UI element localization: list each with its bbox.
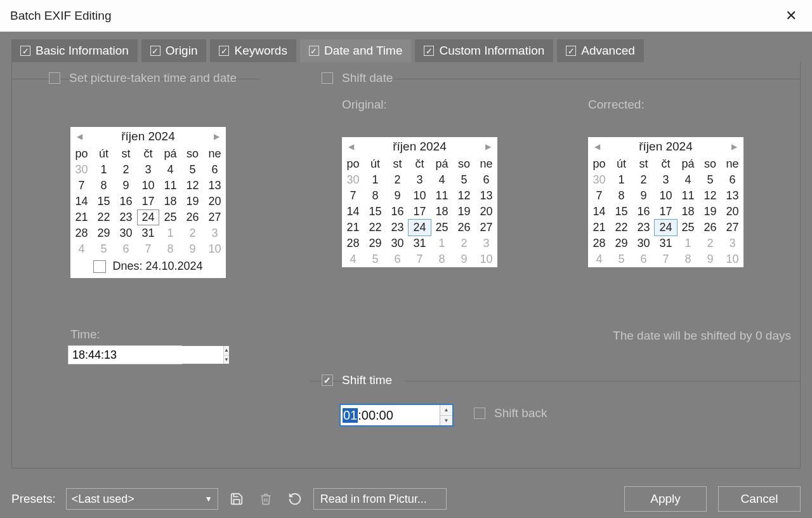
calendar-day[interactable]: 23 xyxy=(632,220,655,236)
calendar-day[interactable]: 8 xyxy=(677,251,699,267)
calendar-day[interactable]: 11 xyxy=(159,178,181,194)
calendar-day[interactable]: 4 xyxy=(342,251,364,267)
calendar-day[interactable]: 12 xyxy=(699,188,721,204)
calendar-day[interactable]: 12 xyxy=(453,188,475,204)
calendar-day[interactable]: 10 xyxy=(204,241,226,257)
calendar-day[interactable]: 23 xyxy=(386,220,409,236)
calendar-original[interactable]: ◀říjen 2024▶poútstčtpásone30123456789101… xyxy=(342,137,497,267)
calendar-day[interactable]: 26 xyxy=(181,209,204,225)
time-input[interactable] xyxy=(69,346,223,364)
calendar-day[interactable]: 28 xyxy=(588,236,610,251)
calendar-day[interactable]: 2 xyxy=(181,225,204,241)
tab-checkbox[interactable]: ✓ xyxy=(309,46,319,56)
calendar-day[interactable]: 23 xyxy=(115,209,137,225)
set-picture-taken-checkbox[interactable] xyxy=(49,72,60,84)
calendar-day[interactable]: 5 xyxy=(453,172,475,188)
calendar-day[interactable]: 9 xyxy=(181,241,204,257)
calendar-day[interactable]: 8 xyxy=(431,251,453,267)
calendar-day[interactable]: 9 xyxy=(453,251,475,267)
spin-up-icon[interactable]: ▲ xyxy=(224,346,229,355)
calendar-day[interactable]: 18 xyxy=(677,204,699,220)
calendar-day[interactable]: 19 xyxy=(181,194,204,209)
save-preset-icon[interactable] xyxy=(226,488,247,510)
calendar-day[interactable]: 7 xyxy=(655,251,677,267)
tab-checkbox[interactable]: ✓ xyxy=(150,46,160,56)
calendar-day[interactable]: 26 xyxy=(453,220,475,236)
calendar-day[interactable]: 11 xyxy=(677,188,699,204)
calendar-day[interactable]: 2 xyxy=(453,236,475,251)
calendar-day[interactable]: 13 xyxy=(721,188,743,204)
cancel-button[interactable]: Cancel xyxy=(718,486,801,512)
tab-advanced[interactable]: ✓Advanced xyxy=(557,39,644,62)
calendar-day[interactable]: 6 xyxy=(475,172,497,188)
read-in-button[interactable]: Read in from Pictur... xyxy=(313,488,447,510)
calendar-day[interactable]: 20 xyxy=(204,194,226,209)
shift-time-spin-buttons[interactable]: ▲ ▼ xyxy=(440,405,452,425)
calendar-day[interactable]: 22 xyxy=(93,209,115,225)
calendar-day[interactable]: 6 xyxy=(721,172,743,188)
calendar-day[interactable]: 16 xyxy=(632,204,655,220)
calendar-day[interactable]: 2 xyxy=(632,172,655,188)
calendar-day[interactable]: 31 xyxy=(655,236,677,251)
calendar-day[interactable]: 7 xyxy=(137,241,159,257)
calendar-day[interactable]: 27 xyxy=(475,220,497,236)
calendar-day[interactable]: 8 xyxy=(364,188,386,204)
close-icon[interactable]: ✕ xyxy=(780,5,802,27)
calendar-day[interactable]: 30 xyxy=(342,172,364,188)
prev-month-icon[interactable]: ◀ xyxy=(592,142,603,151)
next-month-icon[interactable]: ▶ xyxy=(211,132,222,141)
calendar-day[interactable]: 11 xyxy=(431,188,453,204)
calendar-day[interactable]: 3 xyxy=(409,172,431,188)
calendar-day[interactable]: 4 xyxy=(677,172,699,188)
calendar-day[interactable]: 25 xyxy=(677,220,699,236)
calendar-day[interactable]: 3 xyxy=(475,236,497,251)
calendar-day[interactable]: 29 xyxy=(364,236,386,251)
calendar-day[interactable]: 30 xyxy=(588,172,610,188)
calendar-day[interactable]: 21 xyxy=(70,209,93,225)
calendar-day[interactable]: 26 xyxy=(699,220,721,236)
calendar-day[interactable]: 30 xyxy=(632,236,655,251)
calendar-day[interactable]: 2 xyxy=(386,172,409,188)
reset-icon[interactable] xyxy=(284,488,306,510)
spin-up-icon[interactable]: ▲ xyxy=(440,405,452,416)
spin-down-icon[interactable]: ▼ xyxy=(224,355,229,364)
shift-date-checkbox[interactable] xyxy=(322,72,333,84)
calendar-day[interactable]: 9 xyxy=(632,188,655,204)
calendar-day[interactable]: 29 xyxy=(610,236,632,251)
calendar-day[interactable]: 5 xyxy=(364,251,386,267)
calendar-month-title[interactable]: říjen 2024 xyxy=(121,130,175,143)
calendar-day[interactable]: 10 xyxy=(409,188,431,204)
calendar-day[interactable]: 4 xyxy=(431,172,453,188)
calendar-day[interactable]: 10 xyxy=(137,178,159,194)
calendar-day[interactable]: 18 xyxy=(159,194,181,209)
calendar-day[interactable]: 1 xyxy=(93,162,115,178)
calendar-day[interactable]: 28 xyxy=(70,225,93,241)
calendar-day[interactable]: 21 xyxy=(342,220,364,236)
time-spinbox[interactable]: ▲ ▼ xyxy=(68,345,182,364)
calendar-day[interactable]: 24 xyxy=(408,219,431,236)
calendar-day[interactable]: 21 xyxy=(588,220,610,236)
calendar-day[interactable]: 24 xyxy=(137,209,159,225)
delete-preset-icon[interactable] xyxy=(255,488,277,510)
calendar-day[interactable]: 8 xyxy=(159,241,181,257)
tab-checkbox[interactable]: ✓ xyxy=(219,46,229,56)
calendar-day[interactable]: 9 xyxy=(386,188,409,204)
shift-time-hours[interactable]: 01 xyxy=(343,408,358,423)
calendar-month-title[interactable]: říjen 2024 xyxy=(393,140,447,154)
calendar-day[interactable]: 28 xyxy=(342,236,364,251)
calendar-day[interactable]: 1 xyxy=(610,172,632,188)
calendar-day[interactable]: 10 xyxy=(721,251,743,267)
calendar-day[interactable]: 17 xyxy=(655,204,677,220)
calendar-day[interactable]: 15 xyxy=(610,204,632,220)
calendar-day[interactable]: 15 xyxy=(364,204,386,220)
calendar-day[interactable]: 16 xyxy=(386,204,409,220)
calendar-day[interactable]: 25 xyxy=(159,209,181,225)
calendar-day[interactable]: 24 xyxy=(654,219,678,236)
calendar-month-title[interactable]: říjen 2024 xyxy=(639,140,693,154)
calendar-day[interactable]: 1 xyxy=(159,225,181,241)
calendar-day[interactable]: 5 xyxy=(610,251,632,267)
calendar-day[interactable]: 3 xyxy=(655,172,677,188)
calendar-day[interactable]: 1 xyxy=(677,236,699,251)
calendar-day[interactable]: 1 xyxy=(364,172,386,188)
calendar-day[interactable]: 14 xyxy=(342,204,364,220)
